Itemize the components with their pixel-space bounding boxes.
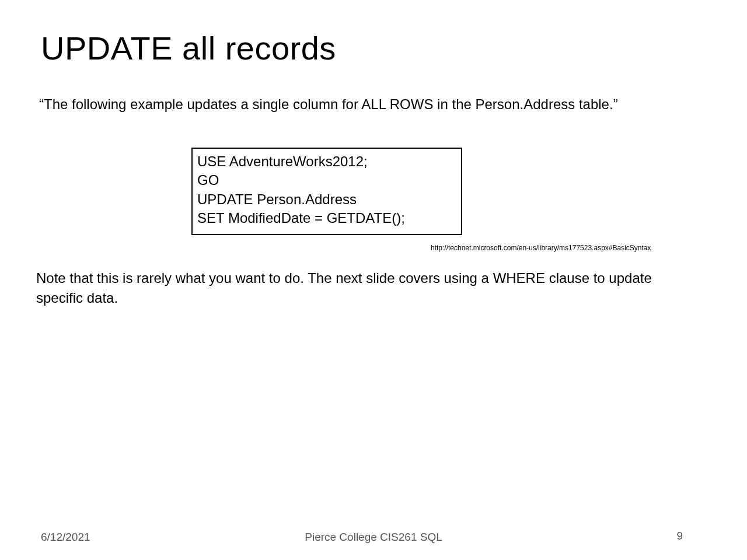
slide-title: UPDATE all records [41, 29, 336, 67]
footer-course: Pierce College CIS261 SQL [0, 531, 747, 544]
citation-url: http://technet.microsoft.com/en-us/libra… [431, 244, 651, 252]
code-line: GO [197, 171, 456, 190]
code-example-box: USE AdventureWorks2012; GO UPDATE Person… [191, 148, 462, 235]
slide-description: “The following example updates a single … [39, 96, 618, 113]
code-line: UPDATE Person.Address [197, 190, 456, 209]
code-line: SET ModifiedDate = GETDATE(); [197, 209, 456, 228]
code-line: USE AdventureWorks2012; [197, 152, 456, 171]
footer-page-number: 9 [676, 530, 683, 542]
slide-note: Note that this is rarely what you want t… [36, 268, 692, 307]
